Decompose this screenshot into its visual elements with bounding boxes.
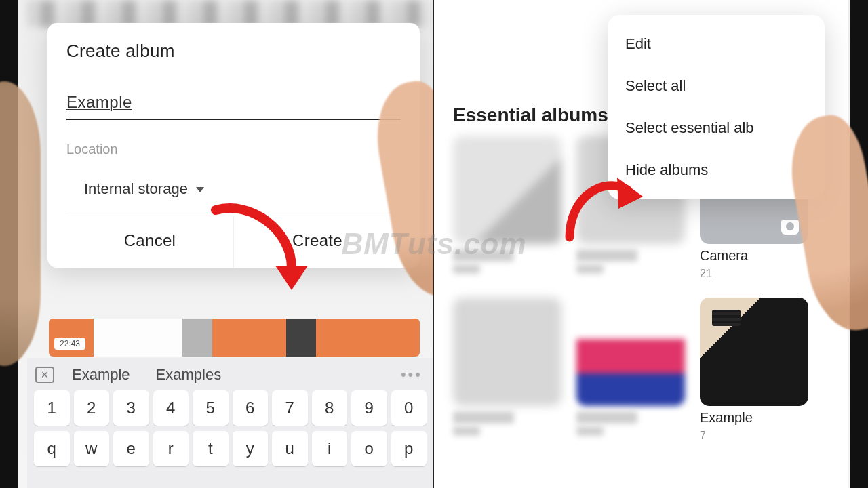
key[interactable]: t [193,431,229,466]
album-thumbnail [453,298,561,406]
keyboard-suggestion-row: ✕ Example Examples ••• [31,363,429,390]
chevron-down-icon [196,187,204,192]
blurred-count [453,264,480,274]
svg-marker-0 [275,266,308,290]
watermark: BMTuts.com [341,227,526,261]
dialog-title: Create album [66,41,401,62]
blurred-label [576,249,637,262]
album-name-input[interactable]: Example [66,89,401,120]
key[interactable]: o [351,431,387,466]
hand-holding-phone [0,81,41,366]
keyboard-number-row: 1 2 3 4 5 6 7 8 9 0 [31,390,429,431]
album-name: Example [700,410,808,426]
more-suggestions-icon[interactable]: ••• [401,366,422,384]
key[interactable]: 0 [391,390,427,426]
key[interactable]: 6 [233,390,269,426]
section-header: Essential albums [453,104,608,126]
blurred-count [576,264,604,274]
camera-icon [781,220,799,235]
key[interactable]: i [312,431,348,466]
menu-item-select-essential[interactable]: Select essential alb [608,107,825,149]
album-cell-example[interactable]: Example 7 [700,298,808,442]
menu-item-select-all[interactable]: Select all [608,65,825,107]
key[interactable]: r [153,431,189,466]
cancel-button[interactable]: Cancel [66,216,234,268]
blurred-count [576,426,604,436]
key[interactable]: 2 [74,390,110,426]
key[interactable]: e [113,431,149,466]
key[interactable]: 5 [193,390,229,426]
key[interactable]: 7 [272,390,308,426]
blurred-label [576,411,637,424]
location-label: Location [66,142,401,157]
key[interactable]: y [233,431,269,466]
key[interactable]: u [272,431,308,466]
album-name: Camera [700,248,808,264]
album-thumbnail [576,298,685,406]
keyboard-suggestion[interactable]: Examples [156,366,222,384]
backspace-icon[interactable]: ✕ [35,367,54,383]
keyboard-suggestion[interactable]: Example [72,366,130,384]
blurred-count [453,426,480,436]
software-keyboard[interactable]: ✕ Example Examples ••• 1 2 3 4 5 6 7 8 9… [27,358,433,488]
album-cell[interactable] [453,298,561,442]
key[interactable]: 3 [113,390,149,426]
storage-option-text: Internal storage [84,180,188,197]
background-time-chip: 22:43 [54,338,85,350]
storage-dropdown[interactable]: Internal storage [84,180,401,198]
blurred-label [453,411,514,424]
background-thumbnail-strip: 22:43 [49,319,420,357]
album-count: 21 [700,268,808,280]
key[interactable]: 4 [153,390,189,426]
album-cell[interactable] [576,298,685,442]
keyboard-letter-row: q w e r t y u i o p [31,431,429,472]
menu-item-edit[interactable]: Edit [608,23,825,65]
key[interactable]: 1 [34,390,70,426]
key[interactable]: q [34,431,70,466]
album-thumbnail [700,298,808,406]
key[interactable]: 8 [312,390,348,426]
key[interactable]: p [391,431,427,466]
key[interactable]: w [74,431,110,466]
album-count: 7 [700,430,808,442]
key[interactable]: 9 [351,390,387,426]
